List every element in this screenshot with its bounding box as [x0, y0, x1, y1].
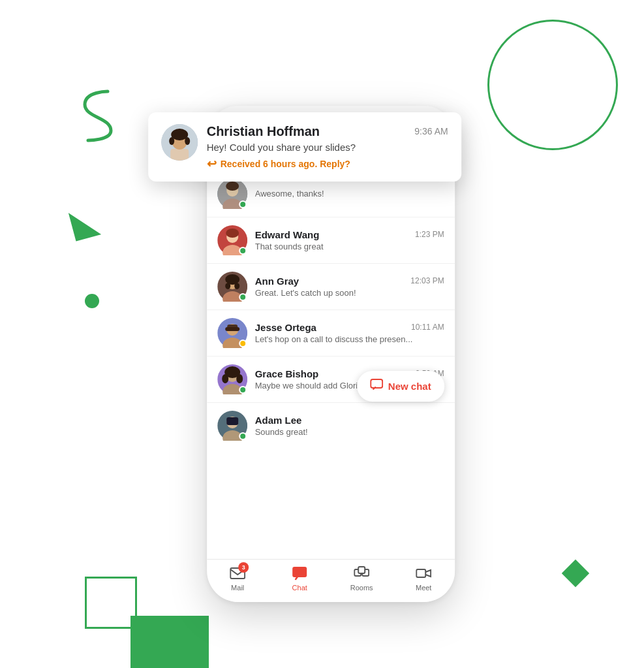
svg-rect-41: [292, 567, 307, 577]
new-chat-label: New chat: [388, 381, 431, 392]
notification-reply-text: Received 6 hours ago. Reply?: [221, 159, 350, 169]
nav-item-meet[interactable]: Meet: [393, 565, 455, 592]
svg-point-22: [225, 283, 230, 289]
online-indicator: [239, 432, 247, 440]
mail-icon: 3: [229, 565, 246, 582]
notification-message: Hey! Could you share your slides?: [207, 142, 448, 153]
online-indicator: [239, 293, 247, 301]
contact-avatar: [217, 364, 247, 394]
nav-item-mail[interactable]: 3 Mail: [207, 565, 269, 592]
list-item[interactable]: Jesse Ortega 10:11 AM Let's hop on a cal…: [207, 310, 455, 357]
notification-time: 9:36 AM: [414, 126, 448, 136]
notification-sender-name: Christian Hoffman: [207, 124, 320, 139]
chat-time: 12:03 PM: [410, 276, 444, 285]
online-indicator: [239, 386, 247, 394]
phone-wrapper: Christian Hoffman 9:36 AM Hey! Could you…: [187, 67, 474, 602]
contact-avatar: [217, 411, 247, 441]
chat-preview-text: Great. Let's catch up soon!: [255, 288, 444, 298]
svg-rect-45: [416, 569, 425, 577]
notification-content: Christian Hoffman 9:36 AM Hey! Could you…: [207, 124, 448, 171]
reply-arrow-icon: ↩: [207, 157, 217, 171]
svg-point-5: [185, 137, 190, 145]
chat-item-header: Adam Lee: [255, 415, 444, 426]
deco-dot: [85, 294, 99, 308]
online-indicator: [239, 340, 247, 347]
svg-rect-1: [170, 149, 189, 161]
chat-item-header: Ann Gray 12:03 PM: [255, 276, 444, 287]
svg-point-33: [222, 374, 228, 383]
contact-name: Edward Wang: [255, 229, 320, 240]
chat-preview-text: Sounds great!: [255, 427, 444, 437]
chat-preview-text: That sounds great: [255, 242, 444, 251]
online-indicator: [239, 247, 247, 255]
chat-preview-text: Let's hop on a call to discuss the prese…: [255, 334, 444, 344]
list-item[interactable]: Adam Lee Sounds great! New chat: [207, 403, 455, 449]
deco-rect-filled: [130, 616, 209, 668]
nav-label-mail: Mail: [231, 584, 244, 592]
svg-rect-28: [225, 327, 239, 331]
contact-name: Adam Lee: [255, 415, 302, 426]
svg-point-23: [234, 283, 239, 289]
svg-rect-44: [358, 567, 365, 573]
chat-item-content: Ann Gray 12:03 PM Great. Let's catch up …: [255, 276, 444, 298]
chat-icon: [291, 565, 308, 582]
notification-avatar: [161, 124, 198, 161]
svg-point-34: [236, 374, 243, 383]
svg-rect-39: [371, 379, 382, 388]
rooms-icon: [353, 565, 370, 582]
contact-avatar: [217, 225, 247, 255]
chat-item-header: Edward Wang 1:23 PM: [255, 229, 444, 240]
bottom-nav: 3 Mail Chat: [207, 559, 455, 602]
nav-label-meet: Meet: [416, 584, 431, 592]
chat-item-content: Awesome, thanks!: [255, 189, 444, 199]
online-indicator: [239, 200, 247, 208]
list-item[interactable]: Edward Wang 1:23 PM That sounds great: [207, 217, 455, 264]
chat-item-content: Adam Lee Sounds great!: [255, 415, 444, 437]
contact-avatar: [217, 318, 247, 348]
nav-label-rooms: Rooms: [350, 584, 373, 592]
deco-squiggle: [78, 85, 117, 150]
deco-circle: [487, 20, 618, 150]
svg-rect-38: [226, 417, 238, 425]
chat-preview-text: Awesome, thanks!: [255, 189, 444, 199]
mail-badge: 3: [238, 562, 249, 573]
chat-bubble-icon: [370, 379, 383, 394]
deco-diamond: [562, 560, 589, 587]
meet-icon: [415, 565, 432, 582]
chat-list: Awesome, thanks! Edward Wang: [207, 171, 455, 559]
deco-rect-outline: [85, 577, 137, 629]
chat-item-content: Edward Wang 1:23 PM That sounds great: [255, 229, 444, 251]
nav-item-chat[interactable]: Chat: [269, 565, 331, 592]
contact-name: Jesse Ortega: [255, 322, 316, 333]
chat-time: 1:23 PM: [415, 230, 444, 239]
notification-reply[interactable]: ↩ Received 6 hours ago. Reply?: [207, 157, 448, 171]
chat-item-header: Jesse Ortega 10:11 AM: [255, 322, 444, 333]
chat-time: 10:11 AM: [411, 323, 444, 332]
svg-point-13: [226, 182, 239, 191]
notification-header: Christian Hoffman 9:36 AM: [207, 124, 448, 139]
notification-popup: Christian Hoffman 9:36 AM Hey! Could you…: [148, 112, 461, 182]
svg-point-17: [226, 229, 239, 238]
deco-triangle: [69, 206, 101, 242]
contact-avatar: [217, 272, 247, 302]
nav-item-rooms[interactable]: Rooms: [331, 565, 393, 592]
contact-name: Grace Bishop: [255, 368, 319, 379]
new-chat-fab[interactable]: New chat: [357, 371, 444, 402]
contact-avatar: [217, 179, 247, 209]
chat-item-content: Jesse Ortega 10:11 AM Let's hop on a cal…: [255, 322, 444, 344]
contact-name: Ann Gray: [255, 276, 299, 287]
svg-point-4: [169, 137, 174, 145]
nav-label-chat: Chat: [292, 584, 307, 592]
list-item[interactable]: Ann Gray 12:03 PM Great. Let's catch up …: [207, 264, 455, 310]
